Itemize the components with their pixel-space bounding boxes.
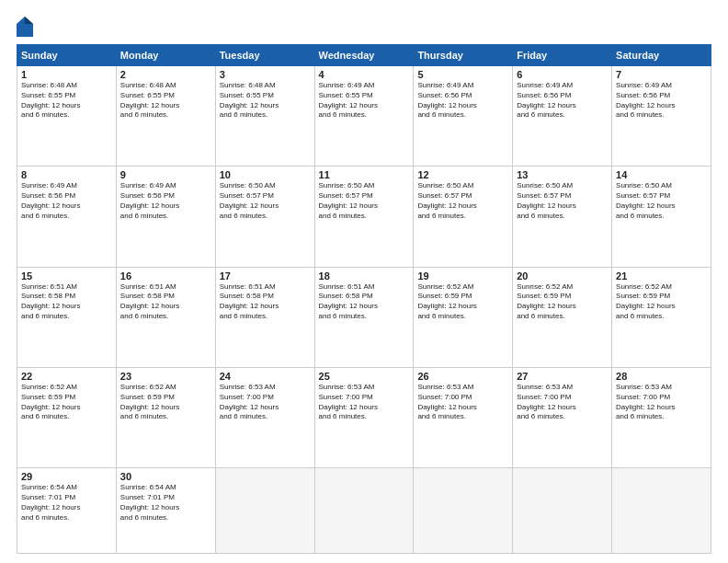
- day-number: 13: [517, 169, 608, 180]
- day-info: Sunrise: 6:49 AM Sunset: 6:55 PM Dayligh…: [319, 81, 410, 121]
- page: SundayMondayTuesdayWednesdayThursdayFrid…: [0, 0, 728, 563]
- day-info: Sunrise: 6:51 AM Sunset: 6:58 PM Dayligh…: [21, 282, 112, 322]
- calendar-day-cell: 9Sunrise: 6:49 AM Sunset: 6:56 PM Daylig…: [116, 167, 215, 267]
- calendar-day-cell: 25Sunrise: 6:53 AM Sunset: 7:00 PM Dayli…: [314, 368, 414, 468]
- day-info: Sunrise: 6:54 AM Sunset: 7:01 PM Dayligh…: [120, 483, 211, 523]
- day-number: 27: [517, 371, 608, 382]
- calendar-day-cell: 16Sunrise: 6:51 AM Sunset: 6:58 PM Dayli…: [116, 267, 215, 367]
- day-number: 14: [616, 169, 707, 180]
- calendar-day-cell: 24Sunrise: 6:53 AM Sunset: 7:00 PM Dayli…: [215, 368, 314, 468]
- day-info: Sunrise: 6:51 AM Sunset: 6:58 PM Dayligh…: [319, 282, 410, 322]
- day-info: Sunrise: 6:50 AM Sunset: 6:57 PM Dayligh…: [220, 181, 311, 221]
- calendar-header-row: SundayMondayTuesdayWednesdayThursdayFrid…: [17, 45, 711, 66]
- calendar-day-cell: 30Sunrise: 6:54 AM Sunset: 7:01 PM Dayli…: [116, 468, 215, 554]
- day-number: 1: [21, 69, 112, 80]
- logo-icon: [17, 17, 33, 37]
- calendar-empty-cell: [314, 468, 414, 554]
- day-info: Sunrise: 6:48 AM Sunset: 6:55 PM Dayligh…: [120, 81, 211, 121]
- calendar-day-cell: 17Sunrise: 6:51 AM Sunset: 6:58 PM Dayli…: [215, 267, 314, 367]
- calendar-week-row: 22Sunrise: 6:52 AM Sunset: 6:59 PM Dayli…: [17, 368, 711, 468]
- day-number: 28: [616, 371, 707, 382]
- day-info: Sunrise: 6:49 AM Sunset: 6:56 PM Dayligh…: [616, 81, 707, 121]
- day-info: Sunrise: 6:53 AM Sunset: 7:00 PM Dayligh…: [517, 383, 608, 422]
- logo: [17, 17, 37, 37]
- day-info: Sunrise: 6:49 AM Sunset: 6:56 PM Dayligh…: [21, 181, 112, 221]
- calendar-day-cell: 15Sunrise: 6:51 AM Sunset: 6:58 PM Dayli…: [17, 267, 117, 367]
- calendar-empty-cell: [513, 468, 612, 554]
- calendar-day-cell: 22Sunrise: 6:52 AM Sunset: 6:59 PM Dayli…: [17, 368, 117, 468]
- day-number: 10: [220, 169, 311, 180]
- day-info: Sunrise: 6:53 AM Sunset: 7:00 PM Dayligh…: [319, 383, 410, 422]
- day-number: 19: [417, 270, 508, 282]
- day-number: 16: [120, 270, 211, 282]
- day-number: 12: [417, 169, 508, 180]
- day-info: Sunrise: 6:50 AM Sunset: 6:57 PM Dayligh…: [517, 181, 608, 221]
- day-info: Sunrise: 6:48 AM Sunset: 6:55 PM Dayligh…: [21, 81, 112, 121]
- day-number: 17: [220, 270, 311, 282]
- calendar-day-cell: 12Sunrise: 6:50 AM Sunset: 6:57 PM Dayli…: [414, 167, 513, 267]
- calendar-week-row: 15Sunrise: 6:51 AM Sunset: 6:58 PM Dayli…: [17, 267, 711, 367]
- calendar-week-row: 8Sunrise: 6:49 AM Sunset: 6:56 PM Daylig…: [17, 167, 711, 267]
- day-info: Sunrise: 6:50 AM Sunset: 6:57 PM Dayligh…: [417, 181, 508, 221]
- calendar-weekday-header: Friday: [513, 45, 612, 66]
- day-info: Sunrise: 6:52 AM Sunset: 6:59 PM Dayligh…: [21, 383, 112, 422]
- day-info: Sunrise: 6:52 AM Sunset: 6:59 PM Dayligh…: [517, 282, 608, 322]
- calendar-day-cell: 2Sunrise: 6:48 AM Sunset: 6:55 PM Daylig…: [116, 66, 215, 167]
- day-number: 24: [220, 371, 311, 382]
- day-info: Sunrise: 6:53 AM Sunset: 7:00 PM Dayligh…: [616, 383, 707, 422]
- calendar-day-cell: 29Sunrise: 6:54 AM Sunset: 7:01 PM Dayli…: [17, 468, 117, 554]
- calendar-weekday-header: Saturday: [612, 45, 711, 66]
- day-info: Sunrise: 6:53 AM Sunset: 7:00 PM Dayligh…: [220, 383, 311, 422]
- calendar-empty-cell: [612, 468, 711, 554]
- calendar-day-cell: 21Sunrise: 6:52 AM Sunset: 6:59 PM Dayli…: [612, 267, 711, 367]
- day-number: 23: [120, 371, 211, 382]
- calendar-day-cell: 18Sunrise: 6:51 AM Sunset: 6:58 PM Dayli…: [314, 267, 414, 367]
- day-number: 2: [120, 69, 211, 80]
- day-number: 21: [616, 270, 707, 282]
- day-info: Sunrise: 6:51 AM Sunset: 6:58 PM Dayligh…: [120, 282, 211, 322]
- day-number: 3: [220, 69, 311, 80]
- day-info: Sunrise: 6:49 AM Sunset: 6:56 PM Dayligh…: [120, 181, 211, 221]
- calendar-week-row: 29Sunrise: 6:54 AM Sunset: 7:01 PM Dayli…: [17, 468, 711, 554]
- day-number: 30: [120, 471, 211, 482]
- calendar-table: SundayMondayTuesdayWednesdayThursdayFrid…: [17, 44, 711, 554]
- day-info: Sunrise: 6:48 AM Sunset: 6:55 PM Dayligh…: [220, 81, 311, 121]
- calendar-day-cell: 23Sunrise: 6:52 AM Sunset: 6:59 PM Dayli…: [116, 368, 215, 468]
- day-info: Sunrise: 6:50 AM Sunset: 6:57 PM Dayligh…: [319, 181, 410, 221]
- calendar-weekday-header: Thursday: [414, 45, 513, 66]
- day-number: 9: [120, 169, 211, 180]
- day-number: 22: [21, 371, 112, 382]
- day-number: 20: [517, 270, 608, 282]
- day-number: 18: [319, 270, 410, 282]
- header: [17, 17, 711, 37]
- day-info: Sunrise: 6:51 AM Sunset: 6:58 PM Dayligh…: [220, 282, 311, 322]
- calendar-day-cell: 6Sunrise: 6:49 AM Sunset: 6:56 PM Daylig…: [513, 66, 612, 167]
- calendar-day-cell: 5Sunrise: 6:49 AM Sunset: 6:56 PM Daylig…: [414, 66, 513, 167]
- calendar-day-cell: 10Sunrise: 6:50 AM Sunset: 6:57 PM Dayli…: [215, 167, 314, 267]
- day-number: 7: [616, 69, 707, 80]
- calendar-day-cell: 19Sunrise: 6:52 AM Sunset: 6:59 PM Dayli…: [414, 267, 513, 367]
- calendar-day-cell: 3Sunrise: 6:48 AM Sunset: 6:55 PM Daylig…: [215, 66, 314, 167]
- calendar-empty-cell: [215, 468, 314, 554]
- svg-marker-1: [25, 17, 33, 24]
- calendar-day-cell: 4Sunrise: 6:49 AM Sunset: 6:55 PM Daylig…: [314, 66, 414, 167]
- day-info: Sunrise: 6:53 AM Sunset: 7:00 PM Dayligh…: [417, 383, 508, 422]
- day-info: Sunrise: 6:52 AM Sunset: 6:59 PM Dayligh…: [417, 282, 508, 322]
- day-number: 25: [319, 371, 410, 382]
- day-number: 6: [517, 69, 608, 80]
- day-info: Sunrise: 6:50 AM Sunset: 6:57 PM Dayligh…: [616, 181, 707, 221]
- calendar-day-cell: 26Sunrise: 6:53 AM Sunset: 7:00 PM Dayli…: [414, 368, 513, 468]
- calendar-day-cell: 27Sunrise: 6:53 AM Sunset: 7:00 PM Dayli…: [513, 368, 612, 468]
- day-number: 8: [21, 169, 112, 180]
- calendar-day-cell: 7Sunrise: 6:49 AM Sunset: 6:56 PM Daylig…: [612, 66, 711, 167]
- calendar-weekday-header: Tuesday: [215, 45, 314, 66]
- day-number: 5: [417, 69, 508, 80]
- calendar-day-cell: 28Sunrise: 6:53 AM Sunset: 7:00 PM Dayli…: [612, 368, 711, 468]
- day-number: 26: [417, 371, 508, 382]
- day-info: Sunrise: 6:52 AM Sunset: 6:59 PM Dayligh…: [616, 282, 707, 322]
- calendar-day-cell: 11Sunrise: 6:50 AM Sunset: 6:57 PM Dayli…: [314, 167, 414, 267]
- day-number: 15: [21, 270, 112, 282]
- day-info: Sunrise: 6:49 AM Sunset: 6:56 PM Dayligh…: [417, 81, 508, 121]
- calendar-weekday-header: Wednesday: [314, 45, 414, 66]
- day-number: 29: [21, 471, 112, 482]
